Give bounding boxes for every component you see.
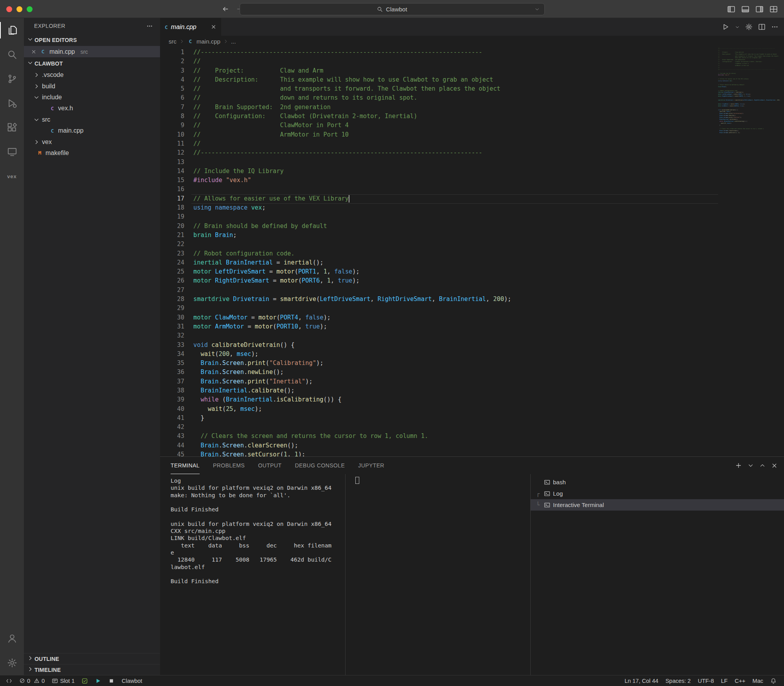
open-editor-item[interactable]: Cmain.cppsrc	[24, 46, 160, 57]
panel-tab-output[interactable]: OUTPUT	[258, 457, 282, 474]
activity-item-vex[interactable]: vex	[0, 164, 24, 188]
code-line[interactable]: 5// and transports it forward. The Clawb…	[160, 84, 715, 93]
tree-item-vscode[interactable]: .vscode	[24, 69, 160, 80]
panel-tab-problems[interactable]: PROBLEMS	[213, 457, 245, 474]
line-number[interactable]: 22	[160, 240, 184, 249]
line-number[interactable]: 33	[160, 341, 184, 350]
code-line[interactable]: 14// Include the IQ Library	[160, 167, 715, 176]
code-line[interactable]: 21brain Brain;	[160, 231, 715, 240]
activity-item-explorer[interactable]	[0, 18, 24, 42]
breadcrumb-item[interactable]: main.cpp	[196, 38, 220, 45]
line-number[interactable]: 32	[160, 331, 184, 340]
line-number[interactable]: 7	[160, 103, 184, 112]
code-line[interactable]: 34 wait(200, msec);	[160, 350, 715, 359]
eol[interactable]: LF	[717, 675, 731, 686]
code-line[interactable]: 23// Robot configuration code.	[160, 249, 715, 258]
language-mode[interactable]: C++	[731, 675, 749, 686]
activity-item-settings-gear[interactable]	[0, 651, 24, 675]
terminal-list-item-log[interactable]: ┌Log	[531, 488, 784, 499]
line-number[interactable]: 13	[160, 158, 184, 167]
code-line[interactable]: 43 // Clears the screen and returns the …	[160, 432, 715, 441]
line-number[interactable]: 19	[160, 212, 184, 221]
close-icon[interactable]	[771, 462, 778, 469]
code-line[interactable]: 32	[160, 331, 715, 340]
tree-item-src[interactable]: src	[24, 114, 160, 125]
project-name[interactable]: Clawbot	[118, 675, 146, 686]
code-line[interactable]: 18using namespace vex;	[160, 203, 715, 212]
notifications[interactable]	[767, 675, 780, 686]
tab-main-cpp[interactable]: C main.cpp	[160, 18, 221, 36]
stop-button[interactable]	[105, 675, 118, 686]
code-content[interactable]: 1//-------------------------------------…	[160, 48, 715, 456]
tree-item-main-cpp[interactable]: Cmain.cpp	[24, 125, 160, 136]
line-number[interactable]: 28	[160, 295, 184, 304]
code-line[interactable]: 30motor ClawMotor = motor(PORT4, false);	[160, 313, 715, 322]
breadcrumb-item[interactable]: ...	[231, 38, 236, 45]
line-number[interactable]: 11	[160, 139, 184, 148]
code-line[interactable]: 36 Brain.Screen.newLine();	[160, 368, 715, 377]
line-number[interactable]: 35	[160, 359, 184, 368]
panel-tab-jupyter[interactable]: JUPYTER	[358, 457, 384, 474]
code-line[interactable]: 10// ArmMotor in Port 10	[160, 130, 715, 139]
line-number[interactable]: 40	[160, 405, 184, 414]
close-window-button[interactable]	[6, 6, 12, 12]
line-number[interactable]: 42	[160, 423, 184, 432]
chevron-down-icon[interactable]	[748, 462, 754, 469]
panel-tab-debug-console[interactable]: DEBUG CONSOLE	[295, 457, 345, 474]
code-line[interactable]: 39 while (BrainInertial.isCalibrating())…	[160, 395, 715, 404]
line-number[interactable]: 21	[160, 231, 184, 240]
code-line[interactable]: 38 BrainInertial.calibrate();	[160, 386, 715, 395]
line-number[interactable]: 45	[160, 450, 184, 456]
minimap[interactable]: //--------------------------------------…	[718, 47, 780, 134]
code-line[interactable]: 40 wait(25, msec);	[160, 405, 715, 414]
ellipsis-icon[interactable]	[771, 23, 779, 31]
line-number[interactable]: 23	[160, 249, 184, 258]
line-number[interactable]: 10	[160, 130, 184, 139]
code-line[interactable]: 26motor RightDriveSmart = motor(PORT6, 1…	[160, 276, 715, 285]
line-number[interactable]: 1	[160, 48, 184, 57]
run-action-icon[interactable]	[722, 23, 729, 31]
code-line[interactable]: 15#include "vex.h"	[160, 176, 715, 185]
section-outline[interactable]: OUTLINE	[24, 653, 160, 664]
code-line[interactable]: 33void calibrateDrivetrain() {	[160, 341, 715, 350]
line-number[interactable]: 43	[160, 432, 184, 441]
line-number[interactable]: 17	[160, 194, 184, 203]
activity-item-account[interactable]	[0, 626, 24, 651]
line-number[interactable]: 2	[160, 57, 184, 66]
line-number[interactable]: 5	[160, 84, 184, 93]
code-line[interactable]: 24inertial BrainInertial = inertial();	[160, 258, 715, 267]
code-line[interactable]: 29	[160, 304, 715, 313]
code-line[interactable]: 22	[160, 240, 715, 249]
line-number[interactable]: 26	[160, 276, 184, 285]
line-number[interactable]: 39	[160, 395, 184, 404]
line-number[interactable]: 4	[160, 75, 184, 84]
code-line[interactable]: 12//------------------------------------…	[160, 148, 715, 157]
run-button[interactable]	[91, 675, 105, 686]
code-line[interactable]: 28smartdrive Drivetrain = smartdrive(Lef…	[160, 295, 715, 304]
code-line[interactable]: 8// Configuration: Clawbot (Drivetrain 2…	[160, 112, 715, 121]
layout-panel-icon[interactable]	[741, 5, 749, 13]
code-line[interactable]: 11//	[160, 139, 715, 148]
activity-item-source-control[interactable]	[0, 67, 24, 91]
breadcrumb-item[interactable]: src	[169, 38, 176, 45]
line-number[interactable]: 41	[160, 414, 184, 423]
line-number[interactable]: 8	[160, 112, 184, 121]
layout-customize-icon[interactable]	[769, 5, 778, 13]
line-number[interactable]: 16	[160, 185, 184, 194]
code-line[interactable]: 6// down and returns to its original spo…	[160, 93, 715, 102]
line-number[interactable]: 34	[160, 350, 184, 359]
settings-gear-icon[interactable]	[745, 23, 753, 31]
chevron-down-icon[interactable]	[735, 25, 740, 29]
code-line[interactable]: 13	[160, 158, 715, 167]
section-project[interactable]: CLAWBOT	[24, 57, 160, 69]
tree-item-build[interactable]: build	[24, 80, 160, 91]
tree-item-makefile[interactable]: Mmakefile	[24, 148, 160, 159]
line-number[interactable]: 24	[160, 258, 184, 267]
editor[interactable]: 1//-------------------------------------…	[160, 47, 784, 456]
line-number[interactable]: 25	[160, 267, 184, 276]
code-line[interactable]: 3// Project: Claw and Arm	[160, 66, 715, 75]
chevron-up-icon[interactable]	[759, 462, 766, 469]
section-timeline[interactable]: TIMELINE	[24, 664, 160, 675]
line-number[interactable]: 38	[160, 386, 184, 395]
tree-item-vex-h[interactable]: Cvex.h	[24, 103, 160, 114]
